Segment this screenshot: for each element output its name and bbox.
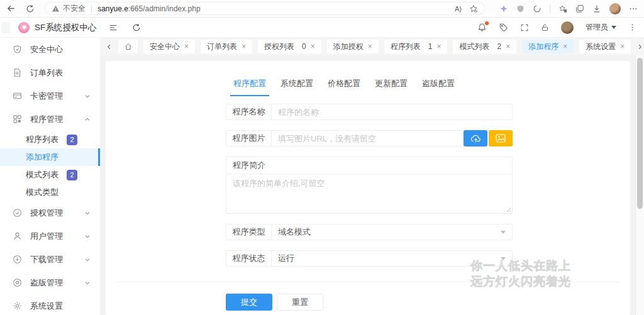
page-scrollbar[interactable]	[635, 55, 644, 315]
lock-icon[interactable]	[541, 23, 549, 32]
ftab-piracy-config[interactable]: 盗版配置	[419, 77, 458, 96]
shield-icon[interactable]	[516, 4, 525, 13]
close-tab-icon[interactable]: ×	[368, 42, 372, 51]
count-badge: 2	[67, 135, 77, 145]
close-tab-icon[interactable]: ×	[242, 42, 246, 51]
program-name-group: 程序名称	[226, 104, 513, 120]
layers-icon[interactable]	[575, 4, 584, 13]
sidebar-subitem-mode-list[interactable]: 模式列表 2	[0, 166, 100, 184]
download-icon[interactable]	[592, 4, 601, 13]
tab-label: 程序列表	[391, 41, 421, 52]
sidebar-item-download-mgmt[interactable]: 下载管理	[0, 248, 100, 271]
chevron-down-icon	[84, 93, 91, 99]
browser-menu-icon[interactable]	[629, 4, 638, 13]
sidebar-item-auth-mgmt[interactable]: 授权管理	[0, 201, 100, 224]
submit-button[interactable]: 提交	[226, 294, 272, 311]
upload-button[interactable]	[464, 130, 487, 146]
home-tab[interactable]	[118, 40, 138, 53]
extension-icon[interactable]	[499, 4, 508, 13]
tab-order-list[interactable]: 订单列表 ×	[201, 40, 252, 53]
close-tab-icon[interactable]: ×	[436, 42, 441, 51]
refresh-icon[interactable]	[26, 4, 35, 13]
browser-profile-avatar[interactable]	[609, 3, 621, 14]
tabs-scroll-right-icon[interactable]	[636, 43, 643, 50]
address-bar[interactable]: 不安全 | sanyue.e:665/admin/index.php A)	[45, 2, 485, 15]
tab-add-program[interactable]: 添加程序 ×	[522, 40, 574, 53]
chevron-down-icon	[84, 257, 91, 263]
reset-button[interactable]: 重置	[277, 294, 323, 311]
add-program-form: 程序配置 系统配置 价格配置 更新配置 盗版配置 程序名称 程序图片	[226, 77, 513, 311]
program-type-label: 程序类型	[226, 224, 272, 240]
sidebar-item-program-mgmt[interactable]: 程序管理	[0, 108, 100, 131]
collapse-menu-icon[interactable]	[108, 23, 118, 32]
favorites-star-icon[interactable]	[469, 4, 478, 13]
image-preview-button[interactable]	[489, 130, 513, 146]
tag-icon[interactable]	[499, 23, 508, 32]
read-aloud-icon[interactable]: A)	[455, 5, 462, 13]
user-avatar[interactable]	[561, 21, 574, 34]
program-name-label: 程序名称	[226, 104, 272, 119]
gear-icon	[13, 301, 22, 311]
notification-bell-icon[interactable]	[477, 23, 487, 32]
program-status-label: 程序状态	[226, 251, 272, 266]
sidebar-item-order-list[interactable]: 订单列表	[0, 61, 100, 84]
program-type-select[interactable]: 域名模式	[272, 224, 501, 240]
close-tab-icon[interactable]: ×	[506, 42, 510, 51]
close-tab-icon[interactable]: ×	[620, 42, 625, 51]
tab-program-list[interactable]: 程序列表 1 ×	[384, 40, 448, 53]
browser-essentials-icon[interactable]	[533, 4, 541, 13]
close-tab-icon[interactable]: ×	[311, 42, 315, 51]
sidebar-item-label: 程序管理	[30, 114, 63, 125]
ftab-system-config[interactable]: 系统配置	[277, 77, 316, 96]
user-menu[interactable]: 管理员	[586, 22, 616, 33]
program-image-label: 程序图片	[226, 131, 272, 146]
sidebar-item-label: 系统设置	[30, 301, 63, 312]
cloud-upload-icon	[470, 134, 481, 143]
ftab-program-config[interactable]: 程序配置	[230, 77, 269, 96]
collections-star-icon[interactable]	[558, 4, 567, 13]
sidebar: 安全中心 订单列表 卡密管理 程序管理 程序列表 2 添加程序 模式列表 2	[0, 38, 101, 315]
back-icon[interactable]	[6, 4, 16, 13]
program-intro-group: 程序简介	[226, 157, 513, 214]
tab-mode-list[interactable]: 模式列表 2 ×	[453, 40, 516, 53]
ghost-placeholder	[1, 22, 10, 33]
sidebar-item-card-mgmt[interactable]: 卡密管理	[0, 84, 100, 108]
url-host: sanyue.e	[97, 4, 128, 13]
tab-auth-list[interactable]: 授权列表 0 ×	[258, 40, 321, 53]
sidebar-item-security-center[interactable]: 安全中心	[0, 38, 100, 61]
tab-label: 模式列表	[459, 41, 489, 52]
apps-grid-icon	[13, 114, 22, 124]
watermark-line-2: 远方灯火闪亮着光	[470, 274, 571, 289]
program-status-select[interactable]: 运行	[272, 251, 501, 266]
sidebar-item-piracy-mgmt[interactable]: 盗版管理	[0, 271, 100, 294]
sidebar-subitem-add-program[interactable]: 添加程序	[0, 148, 100, 166]
page-refresh-icon[interactable]	[132, 23, 141, 32]
tab-system-settings[interactable]: 系统设置 ×	[579, 40, 631, 53]
chevron-down-icon	[84, 210, 91, 216]
program-intro-textarea[interactable]	[226, 174, 512, 213]
program-name-input[interactable]	[272, 104, 512, 119]
scrollbar-thumb[interactable]	[637, 58, 643, 209]
security-label: 不安全	[63, 3, 86, 14]
program-image-input[interactable]	[272, 131, 464, 146]
sidebar-item-system-settings[interactable]: 系统设置	[0, 294, 100, 315]
header-kebab-icon[interactable]	[628, 23, 636, 31]
download-circle-icon	[13, 255, 22, 264]
document-icon	[13, 68, 22, 77]
check-circle-icon	[13, 208, 22, 218]
tabs-scroll-left-icon[interactable]	[106, 43, 113, 50]
ftab-update-config[interactable]: 更新配置	[372, 77, 411, 96]
tab-security-center[interactable]: 安全中心 ×	[143, 40, 195, 53]
sidebar-subitem-program-list[interactable]: 程序列表 2	[0, 131, 100, 148]
tab-count: 2	[497, 42, 501, 51]
sidebar-item-label: 订单列表	[30, 67, 63, 79]
sidebar-item-label: 下载管理	[30, 254, 63, 265]
chevron-up-icon	[84, 116, 91, 123]
sidebar-subitem-mode-type[interactable]: 模式类型	[0, 184, 100, 201]
close-tab-icon[interactable]: ×	[563, 42, 567, 51]
ftab-price-config[interactable]: 价格配置	[325, 77, 364, 96]
close-tab-icon[interactable]: ×	[184, 42, 189, 51]
tab-add-auth[interactable]: 添加授权 ×	[327, 40, 379, 53]
sidebar-item-user-mgmt[interactable]: 用户管理	[0, 224, 100, 248]
fullscreen-icon[interactable]	[520, 23, 529, 32]
